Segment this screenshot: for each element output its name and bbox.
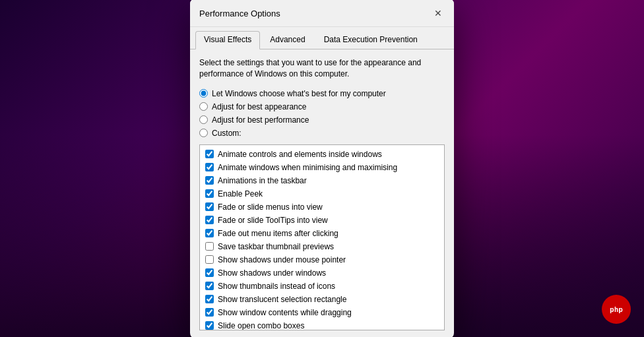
checkbox-item[interactable]: Show window contents while dragging xyxy=(201,306,443,319)
checkbox-item[interactable]: Fade out menu items after clicking xyxy=(201,227,443,240)
tab-content: Select the settings that you want to use… xyxy=(190,49,454,337)
checkbox-item[interactable]: Save taskbar thumbnail previews xyxy=(201,240,443,253)
checkbox-item[interactable]: Show shadows under mouse pointer xyxy=(201,253,443,266)
checkbox-list: Animate controls and elements inside win… xyxy=(199,144,445,330)
tab-visual-effects[interactable]: Visual Effects xyxy=(195,31,260,49)
performance-options-dialog: Performance Options ✕ Visual Effects Adv… xyxy=(190,0,454,337)
close-button[interactable]: ✕ xyxy=(430,5,446,21)
checkbox-item[interactable]: Slide open combo boxes xyxy=(201,319,443,330)
radio-custom[interactable]: Custom: xyxy=(199,129,445,138)
tab-bar: Visual Effects Advanced Data Execution P… xyxy=(190,27,454,49)
dialog-title: Performance Options xyxy=(199,9,280,18)
checkbox-item[interactable]: Fade or slide menus into view xyxy=(201,200,443,214)
radio-let-windows[interactable]: Let Windows choose what's best for my co… xyxy=(199,89,445,98)
description-text: Select the settings that you want to use… xyxy=(199,57,445,80)
radio-best-performance[interactable]: Adjust for best performance xyxy=(199,115,445,125)
radio-best-appearance[interactable]: Adjust for best appearance xyxy=(199,102,445,111)
checkbox-item[interactable]: Enable Peek xyxy=(201,187,443,200)
tab-data-execution-prevention[interactable]: Data Execution Prevention xyxy=(315,31,426,49)
title-bar: Performance Options ✕ xyxy=(190,0,454,27)
php-badge: php xyxy=(602,295,631,324)
checkbox-item[interactable]: Fade or slide ToolTips into view xyxy=(201,214,443,227)
checkbox-item[interactable]: Show thumbnails instead of icons xyxy=(201,280,443,293)
radio-group: Let Windows choose what's best for my co… xyxy=(199,89,445,138)
checkbox-item[interactable]: Animations in the taskbar xyxy=(201,174,443,187)
checkbox-item[interactable]: Animate controls and elements inside win… xyxy=(201,148,443,161)
checkbox-item[interactable]: Show translucent selection rectangle xyxy=(201,293,443,306)
checkbox-item[interactable]: Animate windows when minimising and maxi… xyxy=(201,161,443,174)
tab-advanced[interactable]: Advanced xyxy=(261,31,313,49)
checkbox-item[interactable]: Show shadows under windows xyxy=(201,266,443,280)
